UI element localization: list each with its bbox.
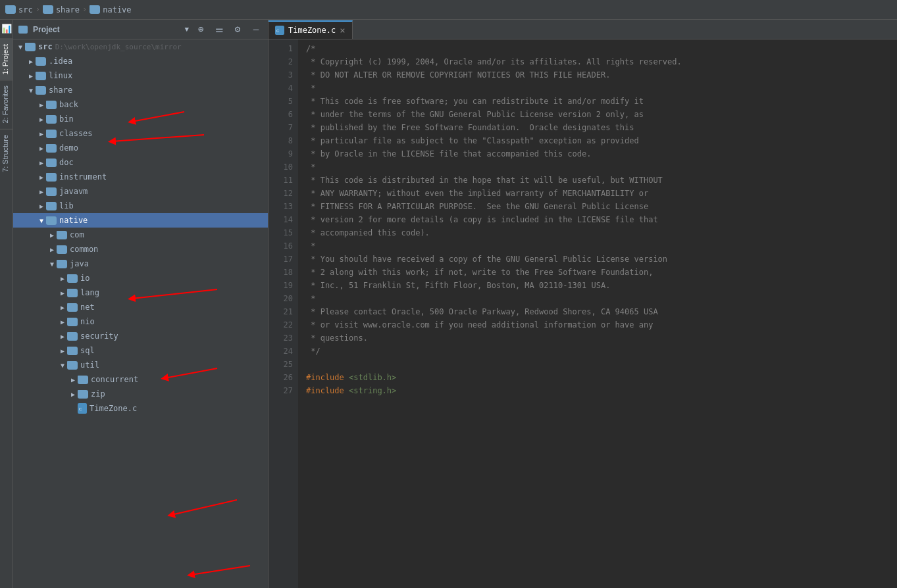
- code-line-17: * You should have received a copy of the…: [306, 253, 897, 266]
- zip-folder-icon: [78, 390, 88, 399]
- javavm-arrow: ▶: [37, 187, 46, 196]
- back-arrow: ▶: [37, 100, 46, 109]
- code-line-26: #include <stdlib.h>: [306, 371, 897, 384]
- tree-item-back[interactable]: ▶ back: [13, 97, 268, 112]
- tree-item-demo[interactable]: ▶ demo: [13, 141, 268, 155]
- sidebar-tab-project[interactable]: 1: Project: [0, 38, 13, 80]
- share-label: share: [49, 86, 72, 95]
- tab-close-button[interactable]: ×: [340, 26, 345, 35]
- code-content[interactable]: /* * Copyright (c) 1999, 2004, Oracle an…: [298, 39, 897, 588]
- com-folder-icon: [57, 231, 67, 239]
- tree-item-bin[interactable]: ▶ bin: [13, 112, 268, 126]
- tree-item-concurrent[interactable]: ▶ concurrent: [13, 372, 268, 387]
- demo-folder-icon: [46, 144, 57, 153]
- demo-arrow: ▶: [37, 143, 46, 153]
- tree-item-classes[interactable]: ▶ classes: [13, 126, 268, 141]
- project-panel: Project ▼ ⊕ ⚌ ⚙ — ▼ src D:\work\openjdk_…: [13, 20, 269, 588]
- tree-item-java[interactable]: ▼ java: [13, 257, 268, 271]
- io-arrow: ▶: [58, 274, 67, 283]
- panel-globe-button[interactable]: ⊕: [194, 23, 207, 36]
- classes-folder-icon: [46, 130, 57, 138]
- code-line-18: * 2 along with this work; if not, write …: [306, 266, 897, 279]
- breadcrumb-bar: src › share › native: [0, 0, 897, 20]
- tree-item-doc[interactable]: ▶ doc: [13, 155, 268, 170]
- tree-item-security[interactable]: ▶ security: [13, 329, 268, 343]
- code-line-27: #include <string.h>: [306, 384, 897, 397]
- tree-item-timezone-c[interactable]: C TimeZone.c: [13, 401, 268, 416]
- sidebar-tab-favorites[interactable]: 2: Favorites: [0, 80, 13, 128]
- net-label: net: [80, 303, 95, 312]
- line-numbers: 12345 678910 1112131415 1617181920 21222…: [269, 39, 298, 588]
- demo-label: demo: [59, 143, 78, 153]
- svg-text:C: C: [276, 29, 280, 33]
- instrument-folder-icon: [46, 173, 57, 182]
- sidebar-tab-structure[interactable]: 7: Structure: [0, 129, 13, 178]
- panel-minimize-button[interactable]: —: [249, 23, 263, 36]
- panel-dropdown-icon[interactable]: ▼: [184, 26, 189, 34]
- breadcrumb-folder-icon-1: [5, 5, 16, 14]
- nio-folder-icon: [67, 318, 78, 326]
- svg-text:C: C: [79, 407, 82, 411]
- code-line-19: * Inc., 51 Franklin St, Fifth Floor, Bos…: [306, 279, 897, 292]
- tree-item-javavm[interactable]: ▶ javavm: [13, 184, 268, 199]
- classes-arrow: ▶: [37, 129, 46, 138]
- net-folder-icon: [67, 303, 78, 312]
- tree-item-net[interactable]: ▶ net: [13, 300, 268, 314]
- tree-item-linux[interactable]: ▶ linux: [13, 68, 268, 83]
- com-label: com: [70, 230, 84, 239]
- sidebar-icon-chart[interactable]: 📊: [1, 20, 12, 38]
- breadcrumb-share[interactable]: share: [56, 5, 80, 14]
- tab-timezone-c[interactable]: C TimeZone.c ×: [269, 20, 353, 39]
- nio-arrow: ▶: [58, 317, 67, 326]
- tree-item-common[interactable]: ▶ common: [13, 242, 268, 257]
- code-line-7: * published by the Free Software Foundat…: [306, 121, 897, 134]
- tree-item-src[interactable]: ▼ src D:\work\openjdk_source\mirror: [13, 39, 268, 54]
- bin-label: bin: [59, 114, 74, 124]
- panel-settings-button[interactable]: ⚙: [231, 23, 244, 36]
- com-arrow: ▶: [47, 230, 57, 239]
- bin-arrow: ▶: [37, 114, 46, 124]
- native-arrow: ▼: [37, 216, 46, 225]
- tree-item-util[interactable]: ▼ util: [13, 358, 268, 372]
- tree-item-native[interactable]: ▼ native: [13, 213, 268, 228]
- breadcrumb-src[interactable]: src: [18, 5, 33, 14]
- code-line-20: *: [306, 292, 897, 305]
- code-line-23: * questions.: [306, 331, 897, 345]
- tree-item-instrument[interactable]: ▶ instrument: [13, 170, 268, 184]
- tree-item-sql[interactable]: ▶ sql: [13, 343, 268, 358]
- classes-label: classes: [59, 129, 93, 138]
- tree-item-com[interactable]: ▶ com: [13, 228, 268, 242]
- sql-arrow: ▶: [58, 346, 67, 355]
- tree-item-io[interactable]: ▶ io: [13, 271, 268, 285]
- back-folder-icon: [46, 101, 57, 109]
- common-folder-icon: [57, 245, 67, 254]
- util-arrow: ▼: [58, 360, 67, 370]
- breadcrumb-folder-icon-2: [43, 5, 53, 14]
- instrument-arrow: ▶: [37, 172, 46, 182]
- code-line-13: * FITNESS FOR A PARTICULAR PURPOSE. See …: [306, 200, 897, 213]
- breadcrumb-native[interactable]: native: [103, 5, 131, 14]
- tree-item-share[interactable]: ▼ share: [13, 83, 268, 97]
- lib-arrow: ▶: [37, 201, 46, 210]
- tree-item-lang[interactable]: ▶ lang: [13, 285, 268, 300]
- panel-folder-icon: [18, 26, 28, 34]
- doc-arrow: ▶: [37, 158, 46, 167]
- zip-label: zip: [91, 389, 105, 399]
- tree-item-zip[interactable]: ▶ zip: [13, 387, 268, 401]
- src-folder-icon: [25, 43, 36, 51]
- nio-label: nio: [80, 317, 95, 326]
- tree-item-idea[interactable]: ▶ .idea: [13, 54, 268, 68]
- code-line-5: * This code is free software; you can re…: [306, 95, 897, 108]
- doc-folder-icon: [46, 159, 57, 167]
- share-arrow: ▼: [26, 86, 36, 95]
- tree-item-lib[interactable]: ▶ lib: [13, 199, 268, 213]
- back-label: back: [59, 100, 78, 109]
- linux-folder-icon: [36, 72, 46, 80]
- io-label: io: [80, 274, 90, 283]
- tree-item-nio[interactable]: ▶ nio: [13, 314, 268, 329]
- panel-equalize-button[interactable]: ⚌: [213, 23, 226, 36]
- util-folder-icon: [67, 361, 78, 370]
- sql-folder-icon: [67, 347, 78, 355]
- security-arrow: ▶: [58, 331, 67, 341]
- left-sidebar: 📊 1: Project 2: Favorites 7: Structure: [0, 20, 13, 588]
